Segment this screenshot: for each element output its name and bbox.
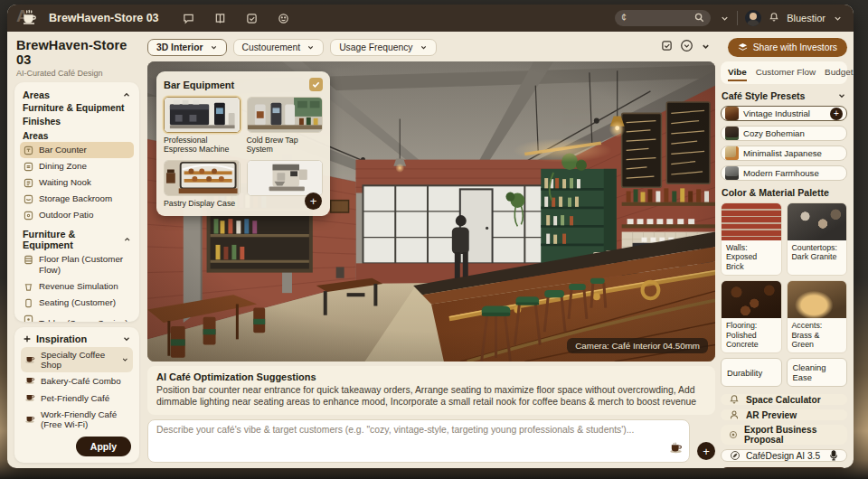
equipment-card-cold-brew[interactable]: Cold Brew Tap System (247, 97, 324, 154)
inspiration-item-pet-friendly[interactable]: Pet-Friendly Café (21, 390, 133, 407)
viewport-mini-controls (661, 39, 711, 56)
coffee-cup-icon[interactable] (669, 441, 683, 457)
custourement-dropdown[interactable]: Custourement (233, 39, 325, 56)
palette-card-walls[interactable]: Walls: Exposed Brick (721, 202, 782, 276)
coffee-cup-icon (24, 375, 35, 387)
sidebar-item-seating-customer[interactable]: Seating (Customer) (20, 295, 134, 311)
palette-card-countertops[interactable]: Countertops: Dark Granite (787, 202, 848, 276)
ai-model-selector[interactable]: CaféDesign AI 3.5 (721, 449, 847, 462)
coffee-cup-icon (24, 354, 35, 366)
cafe-3d-view[interactable]: Bar Equipment Professio (147, 61, 715, 362)
bell-icon (729, 394, 740, 405)
granite-swatch (788, 203, 847, 240)
chat-icon[interactable] (183, 12, 195, 24)
chevron-down-icon (420, 43, 428, 52)
preset-vintage-industrial[interactable]: Vintage Industrial + (721, 106, 847, 121)
inspiration-item-bakery-cafe[interactable]: Bakery-Café Combo (21, 372, 133, 390)
microphone-icon[interactable] (829, 450, 838, 461)
preset-cozy-bohemian[interactable]: Cozy Bohemian (721, 126, 847, 141)
tab-budget[interactable]: Budget (825, 67, 853, 81)
target-icon (729, 429, 738, 440)
search-icon (694, 10, 704, 26)
prompt-input-box[interactable] (147, 419, 690, 463)
suggestions-body: Position bar counter near entrance for q… (156, 384, 706, 409)
person-icon (729, 409, 740, 420)
suggestions-title: AI Café Optimization Suggestions (156, 371, 706, 382)
sidebar-item-dining-zone[interactable]: Dining Zone (20, 158, 134, 174)
tab-customer-flow[interactable]: Customer Flow (756, 67, 816, 81)
tables-icon (24, 315, 33, 323)
add-prompt-button[interactable]: + (697, 442, 715, 460)
smiley-icon[interactable] (278, 12, 290, 24)
group-finishes[interactable]: Finishes (20, 115, 134, 128)
palette-card-flooring[interactable]: Flooring: Polished Concrete (721, 280, 782, 353)
preset-thumbnail (725, 127, 739, 140)
right-panel: Vibe Customer Flow Budget Café Style Pre… (721, 61, 847, 463)
app-window: A BrewHaven-Store 03 ¢ (7, 5, 854, 468)
preset-modern-farmhouse[interactable]: Modern Farmhouse (721, 165, 847, 181)
areas-section-header[interactable]: Areas (20, 89, 134, 101)
durability-button[interactable]: Durability (721, 358, 782, 387)
furniture-section-header[interactable]: Furniture & Equipment (20, 228, 134, 251)
project-title: BrewHaven-Store 03 (16, 38, 137, 67)
preset-minimalist-japanese[interactable]: Minimalist Japanese (721, 146, 847, 161)
search-input[interactable]: ¢ (615, 10, 711, 26)
upload-store-blueprint-button[interactable]: Upload Store Blueprint (721, 467, 847, 468)
space-calculator-button[interactable]: Space Calculator (721, 394, 847, 405)
areas-subheader: Areas (20, 128, 134, 142)
sidebar-item-storage-backroom[interactable]: Storage Backroom (20, 191, 134, 207)
usage-frequency-dropdown[interactable]: Usage Frequency (330, 39, 437, 56)
viewport-toolbar: 3D Interior Custourement Usage Frequency (147, 36, 847, 58)
share-with-investors-button[interactable]: Share with Investors (728, 38, 847, 57)
sidebar-item-outdoor-patio[interactable]: Outdoor Patio (20, 207, 134, 223)
sidebar-item-revenue-simulation[interactable]: Revenue Simulation (20, 278, 134, 295)
topbar-tools (183, 12, 290, 24)
equipment-card-pastry-case[interactable]: Pastry Display Case (164, 160, 241, 208)
storage-backroom-icon (24, 194, 33, 204)
user-menu-chevron-icon[interactable] (833, 14, 843, 23)
layers-icon (738, 42, 748, 52)
main-area: 3D Interior Custourement Usage Frequency (142, 32, 854, 468)
view-mode-dropdown[interactable]: 3D Interior (147, 39, 227, 56)
apply-button[interactable]: Apply (76, 437, 131, 456)
chevron-down-icon (121, 355, 129, 364)
plus-icon (23, 334, 32, 343)
add-preset-button[interactable]: + (830, 108, 843, 120)
inspiration-item-specialty-coffee[interactable]: Specialty Coffee Shop (21, 347, 133, 372)
check-square-icon[interactable] (246, 12, 259, 24)
cleaning-ease-button[interactable]: Cleaning Ease (787, 358, 848, 387)
coffee-cup-icon (24, 414, 35, 426)
ar-preview-button[interactable]: AR Preview (721, 409, 847, 420)
sidebar-item-floor-plan[interactable]: Floor Plan (Customer Flow) (20, 251, 134, 278)
project-header: BrewHaven-Store 03 AI-Curated Café Desig… (16, 38, 137, 78)
inspiration-item-work-friendly[interactable]: Work-Friendly Café (Free Wi-Fi) (21, 407, 133, 432)
sidebar-item-tables-space-saving[interactable]: Tables (Space-Saving) Estimate capacity … (20, 311, 134, 323)
chevron-down-icon[interactable] (701, 39, 711, 55)
tab-vibe[interactable]: Vibe (728, 67, 747, 81)
prompt-textarea[interactable] (156, 425, 664, 457)
select-check-icon[interactable] (661, 39, 673, 55)
revenue-simulation-icon (24, 282, 33, 292)
inspiration-header[interactable]: Inspiration (21, 333, 133, 347)
group-furniture-equipment[interactable]: Furniture & Equipment (20, 101, 134, 115)
sidebar-item-bar-counter[interactable]: Bar Counter (20, 142, 134, 158)
topbar: A BrewHaven-Store 03 ¢ (7, 5, 854, 32)
left-sidebar: BrewHaven-Store 03 AI-Curated Café Desig… (7, 32, 142, 468)
export-business-proposal-button[interactable]: Export Business Proposal (721, 425, 847, 445)
book-icon[interactable] (214, 12, 227, 24)
circle-chevron-icon[interactable] (680, 39, 693, 56)
chevron-down-icon[interactable] (720, 14, 730, 23)
confirm-check-button[interactable] (309, 78, 323, 91)
presets-header[interactable]: Café Style Presets (722, 90, 846, 101)
coffee-cup-icon (24, 392, 35, 404)
sidebar-item-waiting-nook[interactable]: Waiting Nook (20, 174, 134, 191)
prompt-row: + (147, 419, 715, 463)
chevron-up-icon (123, 235, 131, 244)
preset-thumbnail (725, 107, 739, 120)
palette-grid: Walls: Exposed Brick Countertops: Dark G… (721, 202, 847, 353)
bell-icon[interactable] (769, 10, 779, 26)
palette-card-accents[interactable]: Accents: Brass & Green (787, 280, 848, 353)
user-avatar[interactable] (745, 10, 761, 26)
preset-thumbnail (725, 166, 739, 180)
equipment-card-espresso-machine[interactable]: Professional Espresso Machine (164, 97, 241, 154)
